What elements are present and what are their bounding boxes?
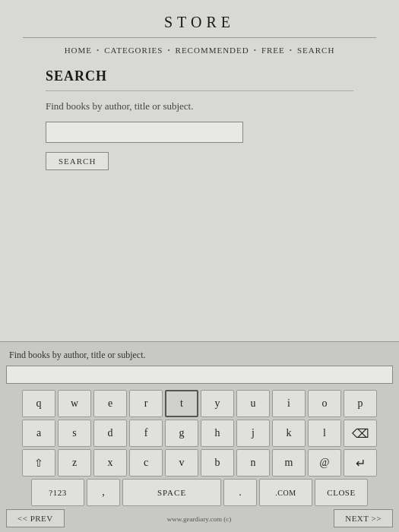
key-row-1: q w e r t y u i o p [6, 390, 393, 417]
key-comma[interactable]: , [87, 479, 120, 506]
key-j[interactable]: j [236, 420, 270, 447]
nav-dot-3: • [254, 46, 257, 54]
nav-dot-4: • [290, 46, 293, 54]
key-f[interactable]: f [129, 420, 163, 447]
key-enter[interactable]: ↵ [344, 449, 377, 477]
key-shift[interactable]: ⇧ [22, 449, 55, 477]
key-x[interactable]: x [93, 449, 127, 477]
keyboard-rows: q w e r t y u i o p a s d f g h j k l ⌫ … [6, 390, 393, 506]
next-button[interactable]: NEXT >> [334, 509, 393, 527]
key-num[interactable]: ?123 [31, 479, 84, 506]
key-v[interactable]: v [165, 449, 198, 477]
key-period[interactable]: . [223, 479, 257, 506]
kb-search-label: Find books by author, title or subject. [6, 350, 393, 361]
key-row-2: a s d f g h j k l ⌫ [6, 420, 393, 447]
key-row-bottom: ?123 , SPACE . .COM CLOSE [6, 479, 393, 506]
key-w[interactable]: w [58, 390, 91, 417]
main-nav: HOME • CATEGORIES • RECOMMENDED • FREE •… [23, 46, 376, 55]
prev-button[interactable]: << PREV [6, 509, 65, 527]
key-backspace[interactable]: ⌫ [344, 420, 377, 447]
key-c[interactable]: c [129, 449, 163, 477]
key-row-3: ⇧ z x c v b n m @ ↵ [6, 449, 393, 477]
key-a[interactable]: a [22, 420, 55, 447]
key-z[interactable]: z [58, 449, 91, 477]
nav-home[interactable]: HOME [65, 46, 92, 55]
key-o[interactable]: o [308, 390, 341, 417]
search-description: Find books by author, title or subject. [46, 100, 353, 112]
key-space[interactable]: SPACE [122, 479, 221, 506]
key-b[interactable]: b [201, 449, 234, 477]
key-i[interactable]: i [272, 390, 306, 417]
nav-free[interactable]: FREE [261, 46, 285, 55]
nav-categories[interactable]: CATEGORIES [104, 46, 163, 55]
watermark: www.geardiary.com (c) [164, 514, 235, 523]
key-at[interactable]: @ [308, 449, 341, 477]
key-r[interactable]: r [129, 390, 163, 417]
kb-search-input[interactable] [6, 366, 393, 384]
key-s[interactable]: s [58, 420, 91, 447]
key-p[interactable]: p [344, 390, 377, 417]
key-t[interactable]: t [165, 390, 198, 417]
bottom-nav: << PREV www.geardiary.com (c) NEXT >> [6, 509, 393, 527]
search-button[interactable]: SEARCH [46, 152, 109, 170]
store-title: STORE [23, 14, 376, 38]
key-d[interactable]: d [93, 420, 127, 447]
search-section: SEARCH Find books by author, title or su… [23, 68, 376, 170]
key-y[interactable]: y [201, 390, 234, 417]
nav-dot-2: • [167, 46, 170, 54]
key-m[interactable]: m [272, 449, 306, 477]
key-q[interactable]: q [22, 390, 55, 417]
key-g[interactable]: g [165, 420, 198, 447]
key-k[interactable]: k [272, 420, 306, 447]
nav-dot-1: • [97, 46, 100, 54]
nav-search[interactable]: SEARCH [297, 46, 334, 55]
search-input[interactable] [46, 122, 243, 143]
keyboard-overlay: Find books by author, title or subject. … [0, 341, 399, 532]
key-close[interactable]: CLOSE [315, 479, 368, 506]
key-e[interactable]: e [93, 390, 127, 417]
search-heading: SEARCH [46, 68, 353, 91]
key-h[interactable]: h [201, 420, 234, 447]
key-com[interactable]: .COM [259, 479, 312, 506]
key-n[interactable]: n [236, 449, 270, 477]
nav-recommended[interactable]: RECOMMENDED [176, 46, 249, 55]
key-l[interactable]: l [308, 420, 341, 447]
key-u[interactable]: u [236, 390, 270, 417]
